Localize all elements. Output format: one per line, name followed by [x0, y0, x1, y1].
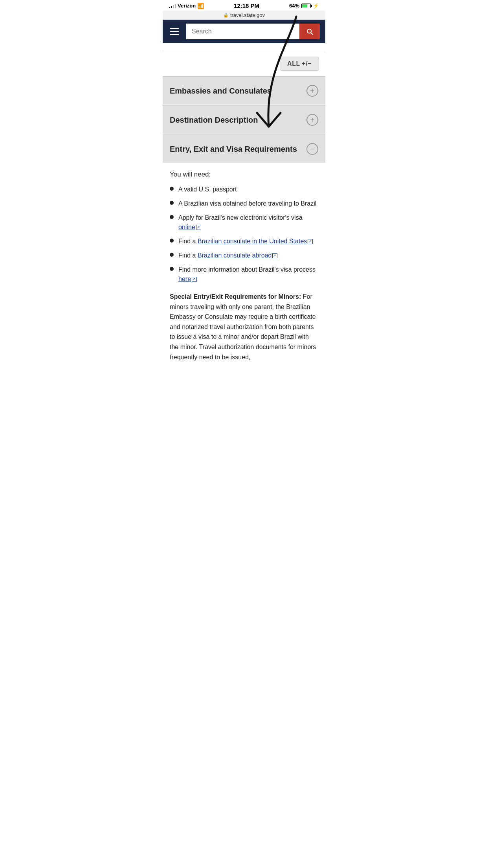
accordion-header-destination[interactable]: Destination Description + [163, 106, 325, 134]
consulate-us-link[interactable]: Brazilian consulate in the United States [198, 238, 313, 245]
signal-icon [169, 4, 176, 8]
wifi-icon: 📶 [197, 3, 204, 9]
entry-content: You will need: A valid U.S. passport A B… [163, 163, 325, 370]
bullet-list: A valid U.S. passport A Brazilian visa o… [170, 185, 318, 284]
accordion-icon-embassies: + [306, 85, 318, 97]
accordion-icon-entry: − [306, 143, 318, 155]
accordion-title-destination: Destination Description [170, 116, 258, 125]
status-right: 64% ⚡ [289, 3, 319, 9]
you-will-need-text: You will need: [170, 171, 318, 178]
hamburger-line [170, 34, 179, 35]
accordion-entry: Entry, Exit and Visa Requirements − You … [163, 134, 325, 370]
url-bar: 🔒 travel.state.gov [163, 11, 325, 20]
battery-percent: 64% [289, 3, 299, 9]
list-item-text: A Brazilian visa obtained before traveli… [178, 199, 316, 208]
status-bar: Verizon 📶 12:18 PM 64% ⚡ [163, 0, 325, 11]
charging-icon: ⚡ [313, 3, 319, 9]
special-entry-body: For minors traveling with only one paren… [170, 293, 316, 360]
bullet-dot [170, 187, 174, 191]
hamburger-line [170, 28, 179, 29]
top-partial-bar [163, 43, 325, 51]
list-item-text: Find a Brazilian consulate in the United… [178, 237, 313, 246]
list-item: A Brazilian visa obtained before traveli… [170, 199, 318, 208]
consulate-abroad-link[interactable]: Brazilian consulate abroad [198, 252, 278, 259]
external-link-icon [308, 239, 313, 244]
carrier-label: Verizon [178, 3, 196, 9]
lock-icon: 🔒 [223, 13, 229, 18]
nav-header [163, 20, 325, 43]
all-toggle-button[interactable]: ALL +/− [280, 57, 319, 71]
external-link-icon [192, 277, 197, 282]
search-icon [306, 28, 314, 35]
list-item: Find more information about Brazil's vis… [170, 265, 318, 284]
search-input[interactable] [186, 24, 299, 39]
accordion-header-entry[interactable]: Entry, Exit and Visa Requirements − [163, 135, 325, 163]
accordion-destination: Destination Description + [163, 105, 325, 134]
special-entry-text: Special Entry/Exit Requirements for Mino… [170, 292, 318, 362]
hamburger-line [170, 31, 179, 32]
time-label: 12:18 PM [234, 2, 259, 9]
menu-button[interactable] [168, 26, 181, 37]
external-link-icon [196, 225, 201, 230]
bullet-dot [170, 201, 174, 205]
list-item-text: Apply for Brazil's new electronic visito… [178, 213, 318, 232]
bullet-dot [170, 253, 174, 257]
search-wrapper [186, 24, 320, 39]
accordion-icon-destination: + [306, 114, 318, 126]
bullet-dot [170, 267, 174, 271]
list-item-text: Find a Brazilian consulate abroad [178, 251, 277, 260]
accordion-embassies: Embassies and Consulates + [163, 76, 325, 105]
accordion-header-embassies[interactable]: Embassies and Consulates + [163, 77, 325, 105]
special-entry-title: Special Entry/Exit Requirements for Mino… [170, 293, 301, 300]
list-item: Find a Brazilian consulate in the United… [170, 237, 318, 246]
search-button[interactable] [299, 24, 320, 39]
accordion-title-entry: Entry, Exit and Visa Requirements [170, 145, 297, 154]
url-text: travel.state.gov [230, 12, 265, 18]
list-item-text: Find more information about Brazil's vis… [178, 265, 318, 284]
list-item: A valid U.S. passport [170, 185, 318, 194]
external-link-icon [272, 253, 277, 258]
accordion-title-embassies: Embassies and Consulates [170, 86, 272, 96]
list-item-text: A valid U.S. passport [178, 185, 237, 194]
online-link[interactable]: online [178, 224, 201, 230]
all-toggle-area: ALL +/− [163, 51, 325, 76]
battery-icon [301, 4, 311, 8]
bullet-dot [170, 239, 174, 243]
status-left: Verizon 📶 [169, 3, 204, 9]
list-item: Apply for Brazil's new electronic visito… [170, 213, 318, 232]
bullet-dot [170, 215, 174, 219]
list-item: Find a Brazilian consulate abroad [170, 251, 318, 260]
visa-info-link[interactable]: here [178, 276, 197, 282]
